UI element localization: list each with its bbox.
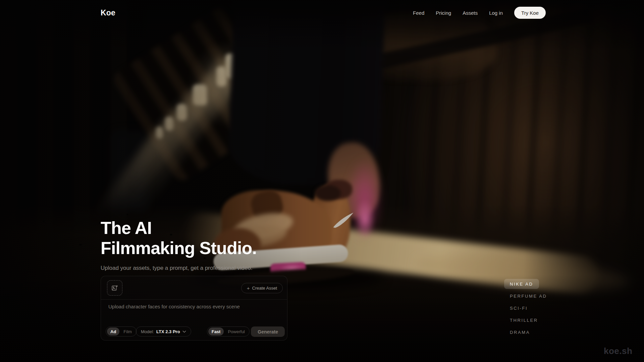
mode-option-ad[interactable]: Ad <box>107 327 119 336</box>
nav-link-pricing[interactable]: Pricing <box>436 10 451 16</box>
nav-link-login[interactable]: Log in <box>489 10 503 16</box>
generate-button[interactable]: Generate <box>251 326 285 337</box>
preset-item-drama[interactable]: DRAMA <box>504 327 536 337</box>
hero-section: The AI Filmmaking Studio. Upload your as… <box>101 218 356 272</box>
image-plus-icon <box>111 285 118 291</box>
preset-item-nike-ad[interactable]: NIKE AD <box>504 279 539 289</box>
create-asset-label: Create Asset <box>252 286 277 291</box>
prompt-input[interactable] <box>108 303 278 325</box>
hero-subtitle: Upload your assets, type a prompt, get a… <box>101 265 356 272</box>
top-nav: Koe Feed Pricing Assets Log in Try Koe <box>101 7 546 19</box>
nav-link-assets[interactable]: Assets <box>463 10 478 16</box>
card-divider <box>101 299 287 300</box>
site-watermark: koe.sh <box>604 346 632 356</box>
chevron-down-icon <box>182 330 186 333</box>
try-koe-button[interactable]: Try Koe <box>514 7 546 19</box>
plus-icon: + <box>247 286 250 291</box>
logo[interactable]: Koe <box>101 8 115 17</box>
upload-asset-dropzone[interactable] <box>107 280 122 296</box>
title-line-2: Filmmaking Studio. <box>101 238 257 258</box>
mode-toggle: Ad Film <box>106 326 137 337</box>
model-value: LTX 2.3 Pro <box>156 329 180 334</box>
model-label: Model: <box>141 329 154 334</box>
nav-links: Feed Pricing Assets Log in Try Koe <box>413 7 546 19</box>
title-line-1: The AI <box>101 218 152 238</box>
model-selector[interactable]: Model: LTX 2.3 Pro <box>136 326 191 337</box>
page-title: The AI Filmmaking Studio. <box>101 218 356 258</box>
speed-toggle: Fast Powerful <box>207 326 250 337</box>
prompt-composer-card: + Create Asset Ad Film Model: LTX 2.3 Pr… <box>101 276 287 341</box>
preset-item-sci-fi[interactable]: SCI-FI <box>504 303 533 313</box>
nav-link-feed[interactable]: Feed <box>413 10 424 16</box>
speed-option-fast[interactable]: Fast <box>208 327 224 336</box>
ui-layer: Koe Feed Pricing Assets Log in Try Koe T… <box>0 0 644 362</box>
create-asset-button[interactable]: + Create Asset <box>241 283 283 293</box>
speed-option-powerful[interactable]: Powerful <box>224 327 248 336</box>
preset-list: NIKE AD PERFUME AD SCI-FI THRILLER DRAMA <box>504 279 553 337</box>
preset-item-thriller[interactable]: THRILLER <box>504 315 544 325</box>
preset-item-perfume-ad[interactable]: PERFUME AD <box>504 291 553 301</box>
page: Koe Feed Pricing Assets Log in Try Koe T… <box>0 0 644 362</box>
mode-option-film[interactable]: Film <box>120 327 135 336</box>
